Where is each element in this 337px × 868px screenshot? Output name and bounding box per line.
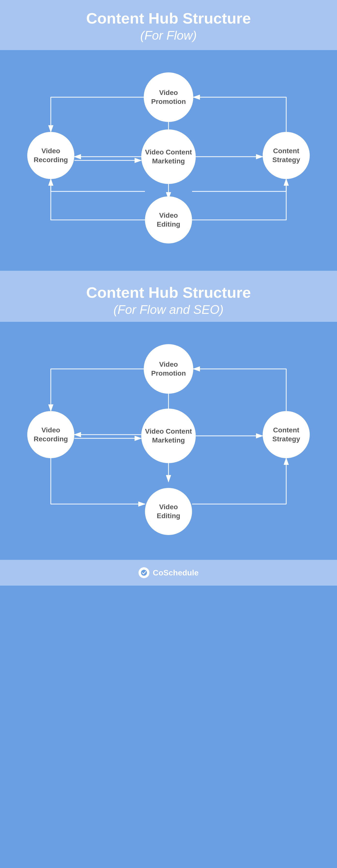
node-video-promotion-2: VideoPromotion (144, 344, 193, 394)
node-video-promotion-1: VideoPromotion (144, 72, 193, 122)
node-video-content-marketing-2: Video ContentMarketing (141, 409, 196, 463)
checkmark-icon (140, 569, 147, 576)
diagram1-container: VideoPromotion VideoRecording Video Cont… (20, 65, 317, 251)
footer: CoSchedule (0, 560, 337, 586)
node-content-strategy-2: ContentStrategy (263, 411, 310, 458)
diagram2-section: VideoPromotion VideoRecording Video Cont… (0, 322, 337, 560)
diagram1-header: Content Hub Structure (For Flow) (0, 0, 337, 50)
node-video-content-marketing-1: Video ContentMarketing (141, 129, 196, 184)
diagram2-container: VideoPromotion VideoRecording Video Cont… (20, 337, 317, 540)
diagram1-subtitle: (For Flow) (5, 28, 332, 43)
diagram1-section: VideoPromotion VideoRecording Video Cont… (0, 50, 337, 271)
diagram2-subtitle: (For Flow and SEO) (5, 303, 332, 317)
coschedule-logo-icon (138, 567, 149, 578)
node-video-recording-1: VideoRecording (27, 132, 74, 179)
diagram2-title: Content Hub Structure (5, 284, 332, 301)
node-video-recording-2: VideoRecording (27, 411, 74, 458)
node-content-strategy-1: ContentStrategy (263, 132, 310, 179)
diagram1-title: Content Hub Structure (5, 10, 332, 27)
node-video-editing-1: VideoEditing (145, 196, 192, 244)
node-video-editing-2: VideoEditing (145, 488, 192, 535)
footer-brand-name: CoSchedule (153, 568, 199, 578)
diagram2-header: Content Hub Structure (For Flow and SEO) (0, 272, 337, 322)
